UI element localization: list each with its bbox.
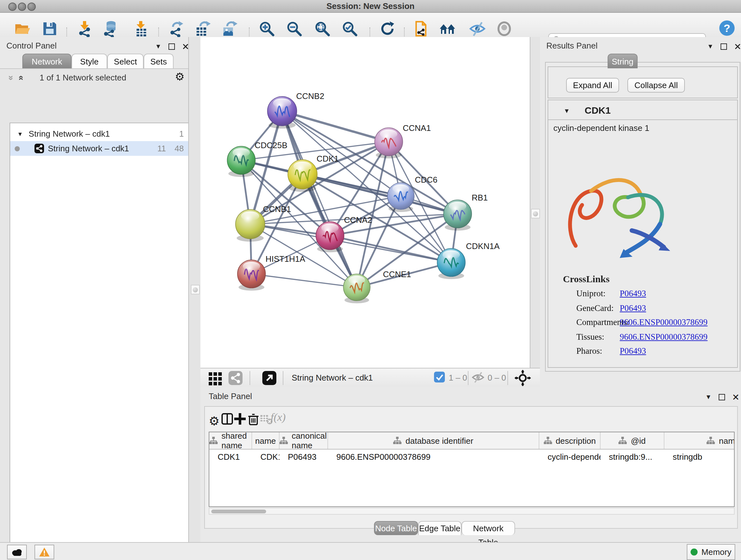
node-label-RB1: RB1: [472, 193, 488, 202]
crosslink-link[interactable]: 9606.ENSP00000378699: [620, 317, 708, 327]
import-network-file-icon[interactable]: [77, 20, 93, 37]
open-session-icon[interactable]: [14, 20, 30, 37]
results-panel-float-icon[interactable]: [721, 44, 727, 50]
node-label-CCNB1: CCNB1: [263, 204, 291, 214]
results-panel-close-icon[interactable]: ✕: [734, 43, 741, 51]
network-collection-row[interactable]: ▼ String Network – cdk1 1: [10, 126, 189, 141]
column-header-namespace[interactable]: namespace: [664, 432, 735, 449]
birds-eye-crosshair-icon[interactable]: [515, 370, 531, 386]
show-all-eye-icon[interactable]: [496, 20, 513, 37]
table-cell[interactable]: P06493: [280, 449, 328, 464]
import-table-file-icon[interactable]: [133, 20, 149, 37]
minimize-window-button[interactable]: [18, 3, 26, 11]
tab-sets[interactable]: Sets: [144, 54, 174, 68]
network-options-gear-icon[interactable]: ⚙: [175, 70, 185, 84]
tab-style[interactable]: Style: [71, 54, 107, 68]
column-header-name[interactable]: name: [252, 432, 280, 449]
collection-expand-icon[interactable]: ▼: [17, 131, 23, 137]
delete-column-trash-icon[interactable]: [246, 412, 260, 426]
cloud-button[interactable]: [7, 545, 27, 559]
collapse-all-icon[interactable]: »: [6, 75, 17, 80]
table-cell[interactable]: stringdb:9...: [601, 449, 664, 464]
crosslink-row: Pharos:P06493: [548, 346, 737, 361]
table-cell[interactable]: CDK1: [209, 449, 252, 464]
export-image-icon[interactable]: [221, 20, 238, 37]
crosslink-link[interactable]: P06493: [620, 346, 646, 356]
collection-network-count: 1: [179, 129, 184, 138]
control-panel-splitter[interactable]: [188, 37, 202, 542]
import-network-database-icon[interactable]: [102, 20, 119, 37]
results-panel-splitter[interactable]: [530, 37, 541, 368]
column-header-label: description: [556, 436, 596, 445]
add-column-icon[interactable]: [233, 412, 247, 426]
toolbar-separator: [508, 371, 508, 385]
table-panel-float-icon[interactable]: [719, 394, 725, 400]
tab-network-table[interactable]: Network Table: [461, 521, 515, 535]
column-header-shared-name[interactable]: shared name: [209, 432, 252, 449]
expand-all-button[interactable]: Expand All: [566, 78, 619, 92]
export-table-icon[interactable]: [194, 20, 211, 37]
splitter-handle[interactable]: [531, 209, 540, 219]
crosslink-row: GeneCard:P06493: [548, 303, 737, 317]
share-view-icon[interactable]: [227, 370, 244, 386]
protein-collapse-icon[interactable]: ▼: [563, 107, 570, 114]
results-panel-collapse-icon[interactable]: ▼: [707, 44, 714, 50]
collapse-all-button[interactable]: Collapse All: [627, 78, 685, 92]
crosslink-link[interactable]: 9606.ENSP00000378699: [620, 332, 708, 342]
column-header-label: canonical name: [292, 432, 327, 449]
tab-network[interactable]: Network: [22, 54, 71, 68]
column-header-description[interactable]: description: [539, 432, 601, 449]
table-cell[interactable]: 9606.ENSP00000378699: [328, 449, 539, 464]
hierarchy-icon: [394, 437, 402, 444]
table-panel-collapse-icon[interactable]: ▼: [705, 394, 712, 400]
control-panel-float-icon[interactable]: [169, 44, 175, 50]
crosslink-label: Uniprot:: [576, 289, 606, 299]
expand-all-icon[interactable]: «: [17, 75, 27, 80]
zoom-out-icon[interactable]: [286, 20, 302, 37]
zoom-in-icon[interactable]: [259, 20, 275, 37]
refresh-view-icon[interactable]: [379, 20, 396, 37]
table-cell[interactable]: stringdb: [664, 449, 735, 464]
selected-checkbox-icon[interactable]: [434, 372, 445, 382]
network-overview-icon[interactable]: [439, 20, 456, 37]
table-columns-icon[interactable]: [220, 412, 234, 426]
tab-edge-table[interactable]: Edge Table: [418, 521, 461, 535]
grid-view-icon[interactable]: [207, 370, 223, 386]
crosslink-link[interactable]: P06493: [620, 303, 646, 313]
warning-button[interactable]: [35, 545, 54, 559]
string-network-graph[interactable]: CCNB2CCNA1CDC25BCDK1CDC6RB1CCNB1CCNA2CDK…: [200, 37, 530, 368]
splitter-handle[interactable]: [191, 285, 200, 294]
open-in-new-window-icon[interactable]: [261, 370, 278, 386]
memory-button[interactable]: Memory: [687, 544, 735, 560]
protein-header-row[interactable]: ▼ CDK1: [548, 101, 737, 120]
network-tree: ▼ String Network – cdk1 1 String Network…: [10, 123, 190, 560]
table-horizontal-scrollbar[interactable]: [209, 508, 735, 515]
hide-selected-eye-icon[interactable]: [469, 20, 486, 37]
crosslink-link[interactable]: P06493: [620, 289, 646, 299]
scrollbar-thumb[interactable]: [211, 509, 266, 513]
table-cell[interactable]: CDK1: [252, 449, 280, 464]
close-window-button[interactable]: [8, 3, 17, 11]
table-panel-close-icon[interactable]: ✕: [732, 393, 739, 401]
network-row-selected[interactable]: String Network – cdk1 11 48: [10, 141, 189, 156]
table-row[interactable]: CDK1CDK1P064939606.ENSP00000378699cyclin…: [209, 449, 734, 464]
network-canvas[interactable]: CCNB2CCNA1CDC25BCDK1CDC6RB1CCNB1CCNA2CDK…: [200, 37, 530, 368]
export-network-icon[interactable]: [168, 20, 185, 37]
help-icon[interactable]: ?: [719, 20, 735, 37]
table-cell[interactable]: cyclin-dependent ...: [539, 449, 601, 464]
tab-string[interactable]: String: [608, 54, 637, 68]
tab-select[interactable]: Select: [107, 54, 144, 68]
function-builder-icon-disabled: f(x): [271, 411, 286, 424]
control-panel-collapse-icon[interactable]: ▼: [155, 44, 161, 50]
column-header-label: name: [255, 436, 276, 445]
tab-node-table[interactable]: Node Table: [374, 521, 418, 535]
zoom-selected-icon[interactable]: [341, 20, 358, 37]
column-header--id[interactable]: @id: [601, 432, 664, 449]
zoom-fit-icon[interactable]: [314, 20, 331, 37]
save-session-icon[interactable]: [42, 20, 58, 37]
zoom-window-button[interactable]: [27, 3, 36, 11]
column-header-label: namespace: [719, 436, 735, 445]
column-header-canonical-name[interactable]: canonical name: [280, 432, 328, 449]
share-document-icon[interactable]: [414, 20, 430, 37]
column-header-database-identifier[interactable]: database identifier: [328, 432, 539, 449]
